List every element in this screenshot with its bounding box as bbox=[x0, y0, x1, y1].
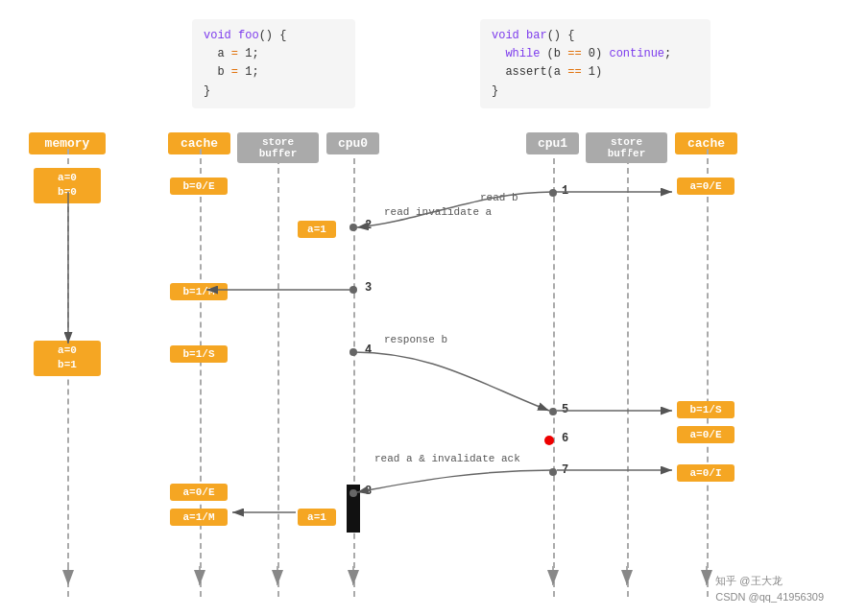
step-6-label: 6 bbox=[562, 432, 568, 445]
v-line-storebuf-right bbox=[627, 149, 629, 597]
watermark: 知乎 @王大龙 CSDN @qq_41956309 bbox=[715, 573, 824, 604]
label-read-invalidate-a: read invalidate a bbox=[384, 206, 492, 218]
memory-a0b0: a=0b=0 bbox=[34, 168, 101, 203]
main-container: void foo() { a = 1; b = 1; } void bar() … bbox=[0, 0, 843, 616]
step-7-label: 7 bbox=[562, 463, 568, 477]
dot-step5 bbox=[549, 408, 557, 415]
step-8-label: 8 bbox=[365, 485, 372, 498]
v-line-cache-left bbox=[200, 149, 202, 597]
step-5-label: 5 bbox=[562, 403, 568, 416]
cpu0-store-a1-flush: a=1 bbox=[298, 509, 336, 526]
cache-left-b0e: b=0/E bbox=[170, 178, 228, 195]
cache-right-a0e2: a=0/E bbox=[677, 426, 735, 443]
dot-step8 bbox=[349, 489, 357, 497]
dot-step7 bbox=[549, 468, 557, 476]
memory-a0b1: a=0b=1 bbox=[34, 341, 101, 376]
step-3-label: 3 bbox=[365, 281, 372, 295]
label-read-b: read b bbox=[480, 192, 518, 203]
arrows-overlay bbox=[0, 0, 843, 616]
step-1-label: 1 bbox=[562, 184, 568, 198]
cache-left-b1s: b=1/S bbox=[170, 345, 228, 363]
cache-right-a0e-top: a=0/E bbox=[677, 178, 735, 195]
dot-step3 bbox=[349, 286, 357, 294]
dot-step1 bbox=[549, 189, 557, 197]
v-line-storebuf-left bbox=[277, 149, 279, 597]
cache-right-a0i: a=0/I bbox=[677, 464, 735, 482]
v-line-cpu1 bbox=[553, 149, 555, 597]
dot-step4 bbox=[349, 348, 357, 356]
label-response-b: response b bbox=[384, 334, 447, 345]
label-read-a-invalidate: read a & invalidate ack bbox=[374, 453, 520, 464]
code-block-foo: void foo() { a = 1; b = 1; } bbox=[192, 19, 355, 108]
red-dot-step6 bbox=[544, 436, 554, 445]
cache-left-b1m: b=1/M bbox=[170, 283, 228, 300]
cache-left-a0e: a=0/E bbox=[170, 484, 228, 501]
cache-left-a1m: a=1/M bbox=[170, 509, 228, 526]
step-4-label: 4 bbox=[365, 344, 372, 357]
step-2-label: 2 bbox=[365, 219, 372, 232]
code-block-bar: void bar() { while (b == 0) continue; as… bbox=[480, 19, 711, 108]
cache-right-b1s: b=1/S bbox=[677, 401, 735, 418]
dot-step2 bbox=[349, 224, 357, 231]
v-line-cache-right bbox=[707, 149, 709, 597]
cpu0-store-a1: a=1 bbox=[298, 221, 336, 238]
